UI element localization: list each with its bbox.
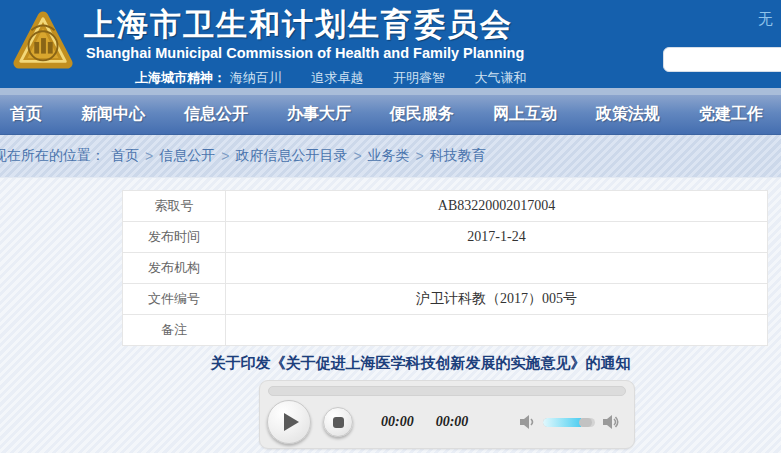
breadcrumb-business-category[interactable]: 业务类 [368, 147, 410, 165]
nav-item-service-hall[interactable]: 办事大厅 [287, 104, 351, 125]
table-row: 索取号 AB83220002017004 [123, 191, 768, 222]
player-controls: 00:0000:00 [260, 396, 634, 448]
table-row: 发布机构 [123, 253, 768, 284]
row-value: 2017-1-24 [226, 222, 768, 253]
row-value [226, 253, 768, 284]
stop-button[interactable] [323, 407, 353, 437]
audio-player: 00:0000:00 [259, 380, 635, 449]
site-header: 上海市卫生和计划生育委员会 Shanghai Municipal Commiss… [0, 0, 781, 88]
breadcrumb-info-disclosure[interactable]: 信息公开 [159, 147, 215, 165]
header-divider [0, 88, 781, 95]
breadcrumb-separator: > [353, 148, 361, 164]
row-label: 文件编号 [123, 284, 226, 315]
slogan-item: 开明睿智 [393, 70, 445, 85]
nav-item-public-services[interactable]: 便民服务 [390, 104, 454, 125]
nav-item-party-building[interactable]: 党建工作 [699, 104, 763, 125]
commission-logo-icon [12, 8, 74, 74]
volume-up-icon[interactable] [602, 413, 620, 431]
breadcrumb: 现在所在的位置： 首页 > 信息公开 > 政府信息公开目录 > 业务类 > 科技… [0, 135, 781, 178]
site-subtitle: Shanghai Municipal Commission of Health … [86, 45, 524, 61]
table-row: 文件编号 沪卫计科教（2017）005号 [123, 284, 768, 315]
volume-slider[interactable] [543, 418, 595, 427]
row-value: AB83220002017004 [226, 191, 768, 222]
slogan-item: 大气谦和 [475, 70, 527, 85]
breadcrumb-home[interactable]: 首页 [111, 147, 139, 165]
search-input[interactable] [663, 47, 781, 72]
breadcrumb-separator: > [221, 148, 229, 164]
nav-item-policies[interactable]: 政策法规 [596, 104, 660, 125]
city-spirit-slogan: 上海城市精神： 海纳百川 追求卓越 开明睿智 大气谦和 [135, 69, 553, 87]
row-label: 发布时间 [123, 222, 226, 253]
volume-controls [518, 413, 620, 431]
play-icon [284, 413, 299, 431]
seek-bar[interactable] [268, 386, 626, 396]
row-label: 索取号 [123, 191, 226, 222]
time-display: 00:0000:00 [381, 414, 490, 430]
total-time: 00:00 [436, 414, 469, 429]
row-label: 发布机构 [123, 253, 226, 284]
slogan-item: 追求卓越 [311, 70, 363, 85]
content-area: 索取号 AB83220002017004 发布时间 2017-1-24 发布机构… [0, 178, 781, 453]
page: 上海市卫生和计划生育委员会 Shanghai Municipal Commiss… [0, 0, 781, 453]
nav-item-news[interactable]: 新闻中心 [81, 104, 145, 125]
document-info-table: 索取号 AB83220002017004 发布时间 2017-1-24 发布机构… [122, 190, 768, 346]
volume-handle[interactable] [579, 418, 592, 427]
volume-down-icon[interactable] [518, 413, 536, 431]
slogan-label: 上海城市精神： [135, 70, 226, 85]
accessibility-link[interactable]: 无 [758, 10, 773, 29]
breadcrumb-label: 现在所在的位置： [0, 147, 105, 165]
nav-item-info-disclosure[interactable]: 信息公开 [184, 104, 248, 125]
nav-item-home[interactable]: 首页 [10, 104, 42, 125]
site-title: 上海市卫生和计划生育委员会 [84, 4, 513, 46]
play-button[interactable] [267, 400, 311, 444]
row-label: 备注 [123, 315, 226, 346]
row-value: 沪卫计科教（2017）005号 [226, 284, 768, 315]
table-row: 备注 [123, 315, 768, 346]
volume-fill [543, 418, 581, 427]
nav-item-online-interaction[interactable]: 网上互动 [493, 104, 557, 125]
breadcrumb-science-education[interactable]: 科技教育 [430, 147, 486, 165]
slogan-item: 海纳百川 [230, 70, 282, 85]
breadcrumb-separator: > [145, 148, 153, 164]
breadcrumb-separator: > [416, 148, 424, 164]
row-value [226, 315, 768, 346]
document-title: 关于印发《关于促进上海医学科技创新发展的实施意见》的通知 [30, 354, 781, 373]
stop-icon [333, 417, 344, 428]
main-nav: 首页 新闻中心 信息公开 办事大厅 便民服务 网上互动 政策法规 党建工作 [0, 95, 781, 135]
breadcrumb-directory[interactable]: 政府信息公开目录 [235, 147, 347, 165]
table-row: 发布时间 2017-1-24 [123, 222, 768, 253]
current-time: 00:00 [381, 414, 414, 429]
